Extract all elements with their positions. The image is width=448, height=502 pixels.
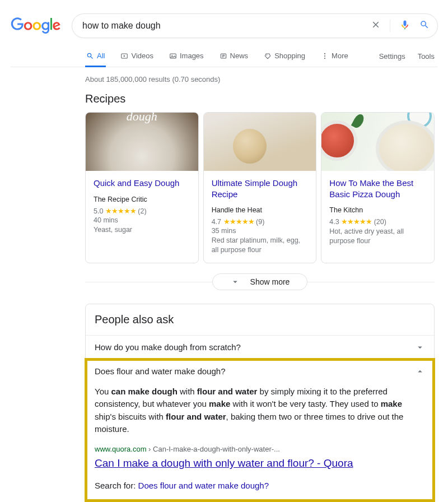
svg-point-10 xyxy=(324,58,325,59)
clear-icon[interactable] xyxy=(371,20,381,32)
recipe-card[interactable]: dough Quick and Easy Dough The Recipe Cr… xyxy=(85,112,199,263)
recipe-source: The Kitchn xyxy=(329,206,426,214)
tab-all[interactable]: All xyxy=(85,46,106,67)
tab-more[interactable]: More xyxy=(320,46,349,67)
svg-point-9 xyxy=(324,55,325,56)
show-more-button[interactable]: Show more xyxy=(212,273,307,290)
paa-search-for-link[interactable]: Does flour and water make dough? xyxy=(138,481,269,490)
result-stats: About 185,000,000 results (0.70 seconds) xyxy=(85,67,435,92)
paa-question-text: Does flour and water make dough? xyxy=(95,366,225,376)
paa-question[interactable]: Does flour and water make dough? xyxy=(86,360,434,383)
paa-answer: You can make dough with flour and water … xyxy=(86,383,434,501)
tools-link[interactable]: Tools xyxy=(418,52,435,61)
recipes-heading: Recipes xyxy=(85,92,435,105)
recipe-ingredients: Red star platinum, milk, egg, all purpos… xyxy=(212,236,309,255)
paa-result-link[interactable]: Can I make a dough with only water and f… xyxy=(95,455,425,472)
tab-images[interactable]: Images xyxy=(168,46,205,67)
search-input[interactable] xyxy=(82,21,371,31)
paa-search-for: Search for: Does flour and water make do… xyxy=(95,480,425,492)
recipe-image xyxy=(204,113,316,171)
recipe-ingredients: Yeast, sugar xyxy=(94,225,190,235)
search-icon[interactable] xyxy=(419,20,430,32)
recipe-time: 40 mins xyxy=(94,216,190,224)
tab-all-label: All xyxy=(97,52,105,60)
recipe-time: 35 mins xyxy=(212,227,309,235)
search-box[interactable] xyxy=(72,13,438,38)
tab-shopping-label: Shopping xyxy=(274,52,305,60)
recipe-rating: 4.3 ★★★★★ (20) xyxy=(329,217,426,226)
recipe-card[interactable]: How To Make the Best Basic Pizza Dough T… xyxy=(321,112,435,263)
tab-more-label: More xyxy=(332,52,348,60)
recipe-rating: 5.0 ★★★★★ (2) xyxy=(94,207,190,215)
people-also-ask: People also ask How do you make dough fr… xyxy=(85,304,435,502)
recipe-source: The Recipe Critic xyxy=(94,196,190,203)
tab-news[interactable]: News xyxy=(218,46,250,67)
show-more-label: Show more xyxy=(250,277,290,286)
svg-point-7 xyxy=(267,54,268,55)
recipe-image xyxy=(321,113,434,171)
tab-videos[interactable]: Videos xyxy=(119,46,155,67)
recipe-title: How To Make the Best Basic Pizza Dough xyxy=(329,178,426,199)
settings-link[interactable]: Settings xyxy=(379,52,405,61)
tab-videos-label: Videos xyxy=(131,52,153,60)
svg-point-2 xyxy=(171,54,172,55)
svg-point-8 xyxy=(324,53,325,54)
recipe-rating: 4.7 ★★★★★ (9) xyxy=(212,217,309,226)
tab-shopping[interactable]: Shopping xyxy=(263,46,306,67)
paa-question[interactable]: How do you make dough from scratch? xyxy=(86,336,434,359)
recipe-ingredients: Hot, active dry yeast, all purpose flour xyxy=(329,227,426,246)
tab-images-label: Images xyxy=(180,52,204,60)
chevron-down-icon xyxy=(415,342,425,352)
paa-heading: People also ask xyxy=(86,304,434,335)
paa-question-text: How do you make dough from scratch? xyxy=(95,342,241,352)
tab-news-label: News xyxy=(230,52,249,60)
recipe-source: Handle the Heat xyxy=(212,206,309,214)
chevron-up-icon xyxy=(415,366,425,376)
google-logo[interactable] xyxy=(10,17,62,34)
recipe-image: dough xyxy=(86,113,198,171)
paa-citation: www.quora.com › Can-I-make-a-dough-with-… xyxy=(95,444,425,455)
recipe-card[interactable]: Ultimate Simple Dough Recipe Handle the … xyxy=(203,112,317,263)
recipe-title: Ultimate Simple Dough Recipe xyxy=(212,178,309,199)
voice-search-icon[interactable] xyxy=(399,19,410,32)
recipe-title: Quick and Easy Dough xyxy=(94,178,190,189)
divider xyxy=(390,20,390,32)
